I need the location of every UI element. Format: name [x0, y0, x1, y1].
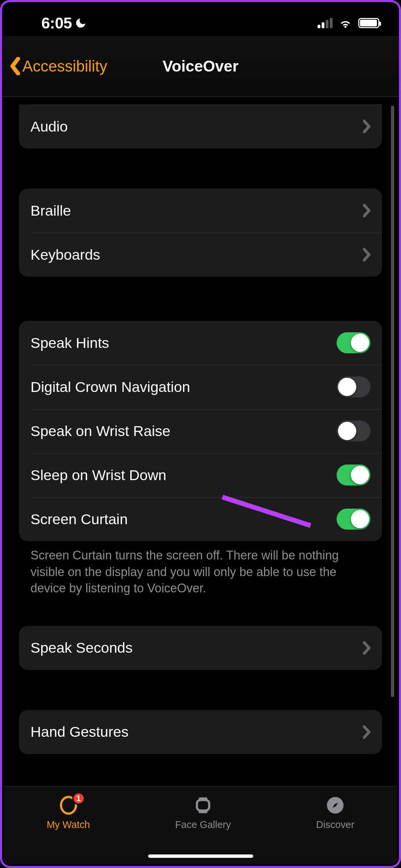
row-screen-curtain: Screen Curtain: [19, 497, 382, 541]
toggle-digital-crown-navigation[interactable]: [337, 376, 370, 397]
battery-icon: [358, 18, 379, 28]
label-keyboards: Keyboards: [31, 246, 100, 263]
group-audio: Audio: [19, 104, 382, 149]
toggle-speak-on-wrist-raise[interactable]: [337, 420, 370, 441]
watch-face-icon: [193, 795, 214, 816]
row-speak-hints: Speak Hints: [19, 321, 382, 365]
status-time: 6:05: [41, 14, 72, 32]
nav-bar: Accessibility VoiceOver: [2, 36, 399, 97]
wifi-icon: [339, 16, 352, 30]
row-sleep-on-wrist-down: Sleep on Wrist Down: [19, 453, 382, 497]
scrollbar-track: [391, 106, 394, 697]
svg-rect-5: [197, 800, 209, 811]
row-speak-seconds[interactable]: Speak Seconds: [19, 626, 382, 670]
row-keyboards[interactable]: Keyboards: [19, 233, 382, 277]
chevron-right-icon: [363, 204, 370, 217]
tab-bar: 1 My Watch Face Gallery Discover: [4, 786, 397, 864]
group-voiceover-toggles: Speak Hints Digital Crown Navigation Spe…: [19, 321, 382, 541]
watch-icon: 1: [58, 795, 79, 816]
label-speak-seconds: Speak Seconds: [31, 639, 133, 656]
chevron-right-icon: [363, 725, 370, 739]
toggle-sleep-on-wrist-down[interactable]: [337, 465, 370, 486]
row-hand-gestures[interactable]: Hand Gestures: [19, 710, 382, 754]
label-digital-crown-navigation: Digital Crown Navigation: [31, 379, 190, 395]
toggle-screen-curtain[interactable]: [337, 509, 370, 530]
svg-rect-3: [75, 806, 77, 807]
scrollbar-thumb[interactable]: [391, 106, 394, 697]
row-audio[interactable]: Audio: [19, 104, 382, 149]
label-speak-hints: Speak Hints: [31, 335, 109, 351]
group-braille-keyboards: Braille Keyboards: [19, 189, 382, 277]
status-bar: 6:05: [2, 2, 399, 36]
status-left: 6:05: [41, 14, 87, 32]
label-braille: Braille: [31, 202, 71, 219]
label-audio: Audio: [31, 118, 68, 135]
svg-rect-6: [199, 811, 207, 813]
status-right: [318, 16, 379, 30]
back-label: Accessibility: [22, 57, 107, 75]
tab-face-gallery[interactable]: Face Gallery: [175, 795, 231, 864]
do-not-disturb-moon-icon: [75, 17, 87, 29]
label-screen-curtain: Screen Curtain: [31, 511, 128, 528]
row-braille[interactable]: Braille: [19, 189, 382, 233]
footer-screen-curtain-description: Screen Curtain turns the screen off. The…: [19, 547, 382, 597]
compass-icon: [325, 795, 346, 816]
badge-my-watch: 1: [72, 792, 85, 805]
tab-my-watch[interactable]: 1 My Watch: [47, 795, 90, 864]
label-sleep-on-wrist-down: Sleep on Wrist Down: [31, 467, 166, 484]
back-button[interactable]: Accessibility: [9, 57, 107, 75]
group-hand-gestures: Hand Gestures: [19, 710, 382, 754]
page-title: VoiceOver: [162, 57, 238, 75]
toggle-speak-hints[interactable]: [337, 332, 370, 353]
row-speak-on-wrist-raise: Speak on Wrist Raise: [19, 409, 382, 453]
home-indicator[interactable]: [148, 854, 253, 858]
label-speak-on-wrist-raise: Speak on Wrist Raise: [31, 423, 171, 439]
cellular-signal-icon: [318, 18, 333, 28]
row-digital-crown-navigation: Digital Crown Navigation: [19, 365, 382, 409]
chevron-right-icon: [363, 248, 370, 261]
label-hand-gestures: Hand Gestures: [31, 724, 128, 740]
tab-label-face-gallery: Face Gallery: [175, 819, 231, 830]
chevron-right-icon: [363, 641, 370, 655]
group-speak-seconds: Speak Seconds: [19, 626, 382, 670]
tab-label-discover: Discover: [316, 819, 355, 830]
chevron-right-icon: [363, 120, 370, 133]
tab-label-my-watch: My Watch: [47, 819, 90, 830]
chevron-left-icon: [9, 57, 21, 75]
tab-discover[interactable]: Discover: [316, 795, 355, 864]
